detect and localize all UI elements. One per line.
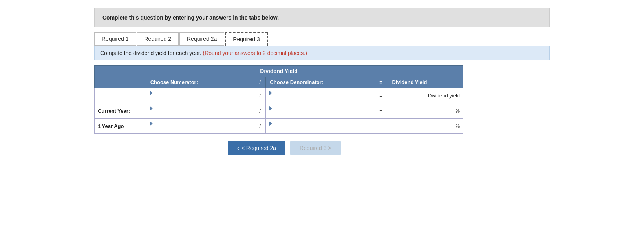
header-label-cell	[95, 77, 146, 88]
header-equals: =	[374, 77, 388, 88]
result-input-3[interactable]	[423, 123, 454, 129]
back-button[interactable]: ‹ < Required 2a	[228, 141, 285, 155]
table-title: Dividend Yield	[95, 66, 463, 77]
row-label-empty	[95, 88, 146, 103]
equals-2: =	[374, 103, 388, 119]
percent-wrapper-3: %	[392, 123, 460, 129]
tab-required-1[interactable]: Required 1	[94, 32, 136, 46]
denominator-cell-2	[266, 103, 374, 119]
back-button-label: < Required 2a	[242, 145, 276, 151]
question-instruction: Compute the dividend yield for each year…	[94, 46, 550, 60]
row-label-current-year: Current Year:	[95, 103, 146, 119]
table-row: / = Dividend yield	[95, 88, 463, 103]
result-cell-3: %	[388, 119, 463, 134]
tab-required-2[interactable]: Required 2	[137, 32, 179, 46]
dividend-yield-table: Dividend Yield Choose Numerator: / Choos…	[94, 65, 463, 134]
question-text: Compute the dividend yield for each year…	[100, 50, 201, 56]
triangle-icon-denom-1	[269, 91, 272, 95]
navigation-buttons: ‹ < Required 2a Required 3 >	[228, 141, 550, 155]
tab-required-3[interactable]: Required 3	[225, 32, 268, 46]
denominator-select-3[interactable]	[269, 126, 370, 132]
row-label-1yr-ago: 1 Year Ago	[95, 119, 146, 134]
table-title-row: Dividend Yield	[95, 66, 463, 77]
header-numerator: Choose Numerator:	[146, 77, 254, 88]
percent-sign-2: %	[455, 108, 460, 114]
triangle-icon-denom-2	[269, 106, 272, 111]
denominator-cell-1	[266, 88, 374, 103]
equals-3: =	[374, 119, 388, 134]
slash-1: /	[254, 88, 265, 103]
table-section: Dividend Yield Choose Numerator: / Choos…	[94, 65, 550, 134]
result-text-1: Dividend yield	[428, 93, 460, 99]
denominator-select-1[interactable]	[269, 95, 370, 101]
instruction-box: Complete this question by entering your …	[94, 8, 550, 27]
result-cell-1: Dividend yield	[388, 88, 463, 103]
slash-3: /	[254, 119, 265, 134]
next-button[interactable]: Required 3 >	[290, 141, 341, 155]
table-row: 1 Year Ago / =	[95, 119, 463, 134]
percent-wrapper-2: %	[392, 108, 460, 114]
equals-1: =	[374, 88, 388, 103]
denominator-select-2[interactable]	[269, 111, 370, 117]
numerator-cell-1	[146, 88, 254, 103]
percent-sign-3: %	[455, 123, 460, 129]
header-denominator: Choose Denominator:	[266, 77, 374, 88]
numerator-select-2[interactable]	[150, 111, 251, 117]
back-arrow-icon: ‹	[237, 145, 239, 151]
numerator-cell-2	[146, 103, 254, 119]
result-input-2[interactable]	[423, 108, 454, 114]
result-cell-2: %	[388, 103, 463, 119]
denominator-cell-3	[266, 119, 374, 134]
triangle-icon-1	[150, 91, 153, 95]
numerator-select-3[interactable]	[150, 126, 251, 132]
numerator-select-1[interactable]	[150, 95, 251, 101]
slash-2: /	[254, 103, 265, 119]
header-slash: /	[254, 77, 265, 88]
next-button-label: Required 3 >	[300, 145, 331, 151]
header-result: Dividend Yield	[388, 77, 463, 88]
tabs-container: Required 1 Required 2 Required 2a Requir…	[94, 32, 550, 46]
triangle-icon-2	[150, 106, 153, 111]
triangle-icon-3	[150, 121, 153, 126]
triangle-icon-denom-3	[269, 121, 272, 126]
table-header-row: Choose Numerator: / Choose Denominator: …	[95, 77, 463, 88]
page-wrapper: Complete this question by entering your …	[86, 8, 558, 155]
round-note: (Round your answers to 2 decimal places.…	[203, 50, 307, 56]
table-row: Current Year: / =	[95, 103, 463, 119]
tab-required-2a[interactable]: Required 2a	[179, 32, 224, 46]
instruction-text: Complete this question by entering your …	[102, 15, 279, 21]
numerator-cell-3	[146, 119, 254, 134]
